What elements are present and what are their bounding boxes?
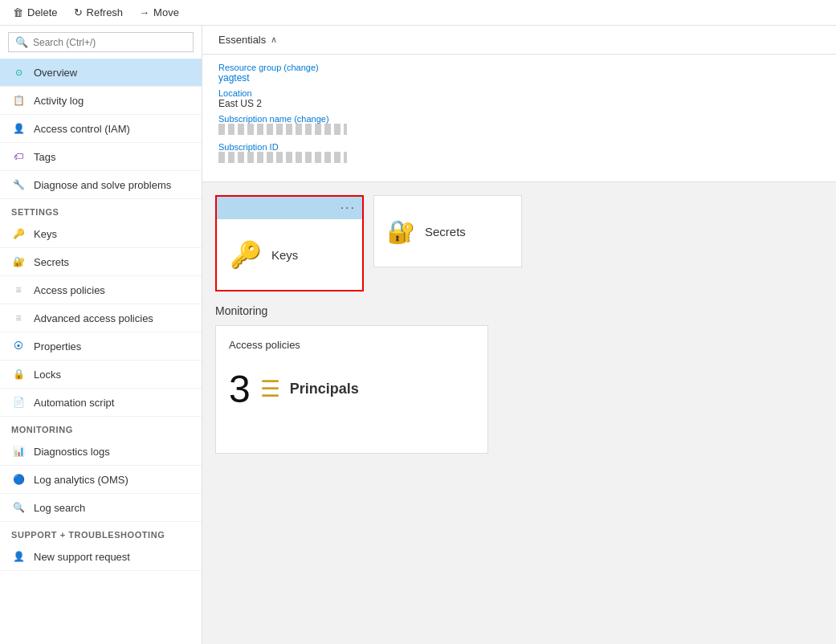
keys-card-header: ··· <box>217 197 362 219</box>
sidebar-item-overview[interactable]: ⊙ Overview <box>0 59 202 87</box>
sidebar-item-support-label: New support request <box>34 551 130 563</box>
support-icon: 👤 <box>11 549 26 564</box>
location-value: East US 2 <box>218 98 820 109</box>
sidebar-item-keys-label: Keys <box>34 228 57 240</box>
properties-icon: ⦿ <box>11 339 26 353</box>
sidebar-item-diagnose[interactable]: 🔧 Diagnose and solve problems <box>0 171 202 199</box>
sidebar-item-diagnose-label: Diagnose and solve problems <box>34 179 171 191</box>
keys-icon: 🔑 <box>11 226 26 241</box>
sidebar-item-locks[interactable]: 🔒 Locks <box>0 361 202 389</box>
principals-section: 3 ☰ Principals <box>229 367 475 411</box>
sidebar-item-access-control[interactable]: 👤 Access control (IAM) <box>0 115 202 143</box>
principals-icon: ☰ <box>260 376 280 402</box>
move-button[interactable]: → Move <box>139 6 179 18</box>
diagnostics-logs-icon: 📊 <box>11 444 26 459</box>
search-input[interactable] <box>33 37 186 48</box>
refresh-label: Refresh <box>87 6 124 18</box>
refresh-button[interactable]: ↻ Refresh <box>74 6 124 18</box>
sidebar-item-log-search[interactable]: 🔍 Log search <box>0 494 202 522</box>
essentials-chevron-icon: ∧ <box>271 35 277 45</box>
monitoring-section-label: MONITORING <box>0 417 202 438</box>
sidebar-item-access-control-label: Access control (IAM) <box>34 123 130 135</box>
sidebar-item-secrets-label: Secrets <box>34 256 69 268</box>
principals-label: Principals <box>290 381 359 397</box>
locks-icon: 🔒 <box>11 367 26 381</box>
sidebar-item-advanced-access-policies-label: Advanced access policies <box>34 312 153 324</box>
cards-row-1: ··· 🔑 Keys 🔐 Secrets <box>215 195 823 291</box>
sidebar-item-log-analytics-label: Log analytics (OMS) <box>34 474 128 486</box>
subscription-name-label: Subscription name (change) <box>218 114 820 124</box>
sidebar-item-properties-label: Properties <box>34 340 81 353</box>
keys-card[interactable]: ··· 🔑 Keys <box>215 195 364 291</box>
essentials-content: Resource group (change) yagtest Location… <box>202 55 836 182</box>
monitoring-label: Monitoring <box>215 304 823 317</box>
secrets-icon: 🔐 <box>11 255 26 269</box>
subscription-id-value <box>218 152 347 163</box>
subscription-id-row: Subscription ID <box>218 142 820 165</box>
sidebar-item-diagnostics-logs-label: Diagnostics logs <box>34 446 110 458</box>
resource-group-value[interactable]: yagtest <box>218 72 820 84</box>
access-control-icon: 👤 <box>11 121 26 136</box>
sidebar-item-new-support[interactable]: 👤 New support request <box>0 543 202 571</box>
resource-group-label: Resource group (change) <box>218 63 820 72</box>
log-analytics-icon: 🔵 <box>11 472 26 487</box>
sidebar-item-properties[interactable]: ⦿ Properties <box>0 332 202 361</box>
delete-label: Delete <box>27 6 58 18</box>
essentials-bar[interactable]: Essentials ∧ <box>202 26 836 55</box>
sidebar-item-activity-log[interactable]: 📋 Activity log <box>0 87 202 115</box>
sidebar-item-log-search-label: Log search <box>34 502 85 514</box>
support-section-label: SUPPORT + TROUBLESHOOTING <box>0 522 202 543</box>
access-policies-card[interactable]: Access policies 3 ☰ Principals <box>215 325 488 454</box>
cards-area: ··· 🔑 Keys 🔐 Secrets <box>202 182 836 467</box>
sidebar-item-tags[interactable]: 🏷 Tags <box>0 143 202 171</box>
secrets-card-body: 🔐 Secrets <box>374 196 521 267</box>
sidebar-item-automation-label: Automation script <box>34 397 114 409</box>
resource-group-row: Resource group (change) yagtest <box>218 63 820 84</box>
move-icon: → <box>139 6 149 18</box>
essentials-title: Essentials <box>218 34 266 46</box>
sidebar-item-tags-label: Tags <box>34 151 55 163</box>
sidebar-item-automation-script[interactable]: 📄 Automation script <box>0 389 202 417</box>
move-label: Move <box>153 6 179 18</box>
settings-section-label: SETTINGS <box>0 199 202 220</box>
secrets-card[interactable]: 🔐 Secrets <box>373 195 522 267</box>
overview-icon: ⊙ <box>11 65 26 79</box>
content-area: Essentials ∧ Resource group (change) yag… <box>202 26 836 644</box>
search-icon: 🔍 <box>15 36 28 48</box>
principals-count: 3 <box>229 367 251 411</box>
sidebar-item-access-policies-label: Access policies <box>34 284 105 296</box>
toolbar: 🗑 Delete ↻ Refresh → Move <box>0 0 836 26</box>
advanced-access-icon: ≡ <box>11 311 26 325</box>
diagnose-icon: 🔧 <box>11 177 26 192</box>
subscription-name-value <box>218 124 347 135</box>
sidebar-item-log-analytics[interactable]: 🔵 Log analytics (OMS) <box>0 466 202 494</box>
location-row: Location East US 2 <box>218 88 820 109</box>
sidebar-item-advanced-access-policies[interactable]: ≡ Advanced access policies <box>0 304 202 332</box>
subscription-name-row: Subscription name (change) <box>218 114 820 137</box>
sidebar-item-activity-log-label: Activity log <box>34 95 84 107</box>
sidebar-item-secrets[interactable]: 🔐 Secrets <box>0 248 202 276</box>
sidebar-item-access-policies[interactable]: ≡ Access policies <box>0 276 202 304</box>
keys-card-body: 🔑 Keys <box>217 219 362 290</box>
activity-log-icon: 📋 <box>11 93 26 108</box>
search-box[interactable]: 🔍 <box>8 32 194 52</box>
location-label: Location <box>218 88 820 98</box>
tags-icon: 🏷 <box>11 149 26 164</box>
sidebar: 🔍 ⊙ Overview 📋 Activity log 👤 Access con… <box>0 26 202 644</box>
keys-card-icon: 🔑 <box>230 239 262 270</box>
keys-card-title: Keys <box>271 248 298 262</box>
sidebar-item-locks-label: Locks <box>34 369 61 381</box>
automation-icon: 📄 <box>11 395 26 410</box>
secrets-card-icon: 🔐 <box>387 218 415 245</box>
sidebar-item-diagnostics-logs[interactable]: 📊 Diagnostics logs <box>0 438 202 466</box>
delete-icon: 🗑 <box>13 6 23 18</box>
delete-button[interactable]: 🗑 Delete <box>13 6 58 18</box>
sidebar-item-overview-label: Overview <box>34 67 77 79</box>
subscription-id-label: Subscription ID <box>218 142 820 152</box>
secrets-card-title: Secrets <box>425 225 466 238</box>
keys-card-menu-dots[interactable]: ··· <box>341 201 356 215</box>
log-search-icon: 🔍 <box>11 500 26 515</box>
access-policies-icon: ≡ <box>11 283 26 297</box>
sidebar-item-keys[interactable]: 🔑 Keys <box>0 220 202 248</box>
access-policies-card-title: Access policies <box>229 339 475 351</box>
